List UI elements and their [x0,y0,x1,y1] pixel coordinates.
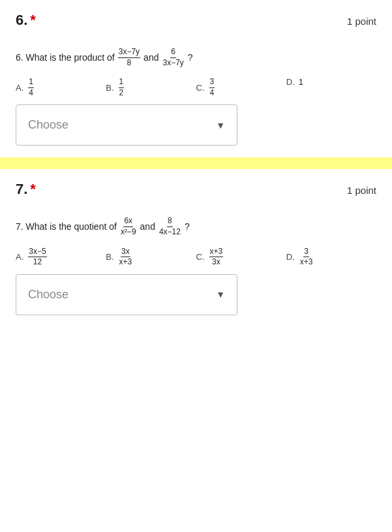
q7-answer-c: C. x+3 3x [196,247,286,268]
q6-dropdown[interactable]: Choose ▼ [16,104,237,146]
q6-c-fraction: 3 4 [209,77,215,98]
q7-dropdown[interactable]: Choose ▼ [16,274,237,315]
question-7-header: 7. * 1 point [16,181,376,198]
q7-number-label: 7. [16,181,27,198]
question-7-block: 7. * 1 point 7. What is the quotient of … [0,169,392,326]
q7-dropdown-placeholder: Choose [28,288,68,302]
q6-answer-a: A. 1 4 [16,77,106,98]
q7-a-fraction: 3x−5 12 [28,247,46,268]
q6-connector: and [143,52,158,63]
q6-answer-d: D. 1 [286,77,376,87]
question-7-number: 7. * [16,181,36,198]
q6-b-label: B. [106,83,113,93]
q6-number-label: 6. [16,12,27,29]
q6-a-fraction: 1 4 [28,77,34,98]
q7-b-label: B. [106,252,113,262]
q7-answer-a: A. 3x−5 12 [16,247,106,268]
q6-d-label: D. [286,77,295,87]
q7-a-label: A. [16,252,23,262]
q6-c-label: C. [196,83,205,93]
q7-text-prefix: 7. What is the quotient of [16,221,117,232]
q7-fraction2: 8 4x−12 [158,216,181,237]
q7-d-fraction: 3 x+3 [299,247,314,268]
q6-a-label: A. [16,83,23,93]
q6-fraction1: 3x−7y 8 [118,47,140,68]
q7-required-star: * [30,181,36,198]
q7-question-text: 7. What is the quotient of 6x x²−9 and 8… [16,216,376,237]
q6-fraction2: 6 3x−7y [162,47,184,68]
yellow-divider [0,157,392,169]
q6-text-suffix: ? [188,52,193,63]
q7-points: 1 point [347,185,376,196]
q7-connector: and [140,221,155,232]
q6-answers-row: A. 1 4 B. 1 2 C. 3 4 D. 1 [16,77,376,98]
q6-dropdown-placeholder: Choose [28,118,68,132]
q7-answer-b: B. 3x x+3 [106,247,196,268]
q7-c-label: C. [196,252,205,262]
question-6-header: 6. * 1 point [16,12,376,29]
question-6-block: 6. * 1 point 6. What is the product of 3… [0,0,392,157]
q6-points: 1 point [347,16,376,27]
q7-text-suffix: ? [185,221,190,232]
q6-answer-b: B. 1 2 [106,77,196,98]
q6-text-prefix: 6. What is the product of [16,52,115,63]
q6-d-text: 1 [299,77,303,87]
q7-b-fraction: 3x x+3 [119,247,133,268]
q7-answer-d: D. 3 x+3 [286,247,376,268]
q6-question-text: 6. What is the product of 3x−7y 8 and 6 … [16,47,376,68]
q7-d-label: D. [286,252,295,262]
q7-answers-row: A. 3x−5 12 B. 3x x+3 C. x+3 3x D. [16,247,376,268]
q6-b-fraction: 1 2 [119,77,125,98]
q7-dropdown-arrow-icon: ▼ [216,289,225,300]
q6-required-star: * [30,12,36,29]
q7-c-fraction: x+3 3x [209,247,224,268]
q7-fraction1: 6x x²−9 [120,216,137,237]
q6-dropdown-arrow-icon: ▼ [216,120,225,131]
question-6-number: 6. * [16,12,36,29]
q6-answer-c: C. 3 4 [196,77,286,98]
